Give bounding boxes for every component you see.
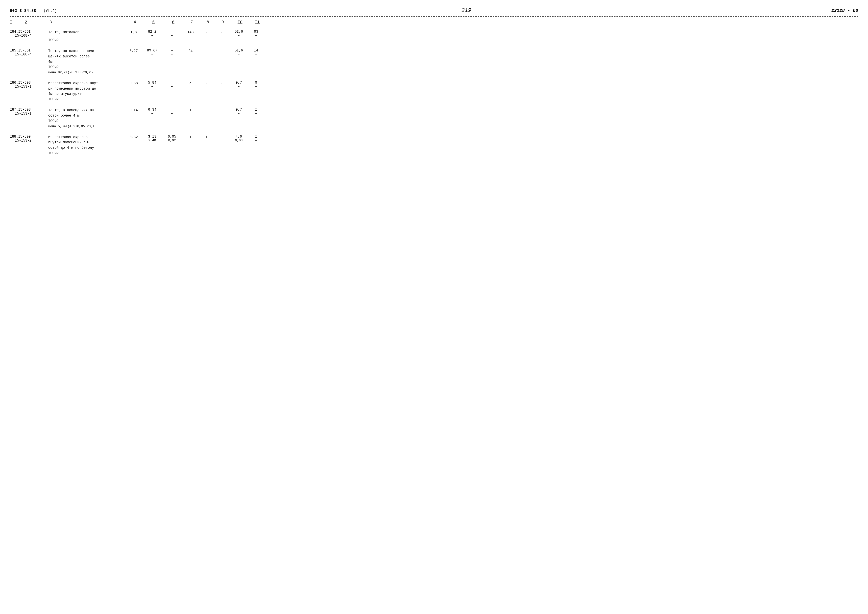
- entry-num-code1: I86.I5-508: [10, 81, 31, 85]
- entry-col9: –: [214, 30, 229, 34]
- entry-col11: I–: [249, 108, 264, 115]
- entry-col10: 5I,6–: [229, 30, 249, 37]
- entry-description: То же, потолков: [48, 30, 125, 35]
- entry-col5: 6,34–: [142, 108, 162, 115]
- entry-col8: I: [199, 135, 214, 139]
- entry-unit: IOOм2: [48, 65, 858, 69]
- col-header-10: IO: [230, 20, 250, 25]
- col-header-6: 6: [163, 20, 183, 25]
- doc-number-left: 902-3-84.88: [10, 9, 36, 13]
- top-divider: [10, 16, 858, 17]
- entry-description: Известковая окраскавнутри помещений вы-с…: [48, 135, 125, 151]
- entry-unit: IOOм2: [48, 119, 858, 123]
- table-row: I86.I5-508 I5-I53-IИзвестковая окраска в…: [10, 79, 858, 101]
- doc-parens: (УШ.2): [43, 9, 57, 13]
- entry-col4: 0,88: [125, 81, 142, 85]
- entry-col9: –: [214, 81, 229, 85]
- entry-col6: ––: [162, 81, 182, 88]
- entry-col10: 5I,6–: [229, 48, 249, 56]
- entry-col7: I: [182, 108, 199, 112]
- col-header-2: 2: [25, 20, 50, 25]
- table-row: I84.I5-66I I5-I68-4То же, потолковI,882,…: [10, 28, 858, 42]
- entry-col4: 0,27: [125, 48, 142, 53]
- entry-description: То же, в помещениях вы-сотой более 4 м: [48, 108, 125, 118]
- entry-col7: 24: [182, 48, 199, 53]
- document-header: 902-3-84.88 (УШ.2) 219 23128 - 08: [10, 8, 858, 14]
- entry-code2: I5-I68-4: [15, 34, 31, 37]
- entry-col11: I4–: [249, 48, 264, 56]
- entry-col4: 0,I4: [125, 108, 142, 112]
- col-header-7: 7: [183, 20, 200, 25]
- entry-col10: 4,60,03: [229, 135, 249, 142]
- entry-col6: ––: [162, 108, 182, 115]
- table-row: I87.I5-508 I5-I53-IТо же, в помещениях в…: [10, 106, 858, 128]
- entry-col6: ––: [162, 48, 182, 56]
- entry-col10: 9,7–: [229, 108, 249, 115]
- entry-code2: I5-I68-4: [15, 53, 31, 56]
- entry-num-code1: I84.I5-66I: [10, 30, 31, 34]
- entry-formula: цена:82,2+(28,9+I)х0,25: [48, 71, 858, 74]
- table-row: I88.I5-509 I5-I53-2Известковая окраскавн…: [10, 133, 858, 155]
- entry-num-code1: I85.I5-66I: [10, 48, 31, 53]
- entry-unit: IOOм2: [48, 38, 858, 42]
- entry-col4: 0,32: [125, 135, 142, 139]
- col-header-11: II: [250, 20, 265, 25]
- entry-num-code1: I88.I5-509: [10, 135, 31, 139]
- entry-col5: 89,67–: [142, 48, 162, 56]
- entry-col8: –: [199, 48, 214, 53]
- entry-col7: I48: [182, 30, 199, 34]
- col-header-9: 9: [215, 20, 230, 25]
- col-header-8: 8: [200, 20, 215, 25]
- entry-col5: 5,84–: [142, 81, 162, 88]
- entry-col9: –: [214, 108, 229, 112]
- entries-container: I84.I5-66I I5-I68-4То же, потолковI,882,…: [10, 28, 858, 155]
- entry-col7: I: [182, 135, 199, 139]
- entry-col8: –: [199, 30, 214, 34]
- entry-description: Известковая окраска внут-ри помещений вы…: [48, 81, 125, 97]
- entry-col6: 0,050,02: [162, 135, 182, 142]
- page-number: 219: [101, 8, 831, 14]
- entry-num-code1: I87.I5-508: [10, 108, 31, 112]
- entry-col6: ––: [162, 30, 182, 37]
- entry-code2: I5-I53-I: [15, 85, 31, 88]
- col-header-3: 3: [50, 20, 126, 25]
- col-header-4: 4: [126, 20, 144, 25]
- entry-col7: 5: [182, 81, 199, 85]
- table-row: I85.I5-66I I5-I68-4То же, потолков в пом…: [10, 47, 858, 74]
- entry-col8: –: [199, 108, 214, 112]
- entry-unit: IOOм2: [48, 151, 858, 155]
- entry-col11: I–: [249, 135, 264, 142]
- entry-code2: I5-I53-2: [15, 139, 31, 143]
- entry-col11: 93–: [249, 30, 264, 37]
- entry-col9: –: [214, 48, 229, 53]
- entry-formula: цена:5,84+(4,9+0,05)х0,I: [48, 124, 858, 128]
- entry-col4: I,8: [125, 30, 142, 34]
- entry-col5: 82,2–: [142, 30, 162, 37]
- entry-code2: I5-I53-I: [15, 112, 31, 116]
- entry-col10: 9,7–: [229, 81, 249, 88]
- entry-col9: –: [214, 135, 229, 139]
- column-headers-row: I 2 3 4 5 6 7 8 9 IO II: [10, 19, 858, 26]
- doc-number-right: 23128 - 08: [831, 8, 858, 13]
- entry-description: То же, потолков в поме-щениях высотой бо…: [48, 48, 125, 65]
- entry-unit: IOOм2: [48, 97, 858, 101]
- entry-col8: –: [199, 81, 214, 85]
- col-header-1: I: [10, 20, 25, 25]
- entry-col5: 3,I32,40: [142, 135, 162, 142]
- entry-col11: 9–: [249, 81, 264, 88]
- col-header-5: 5: [144, 20, 163, 25]
